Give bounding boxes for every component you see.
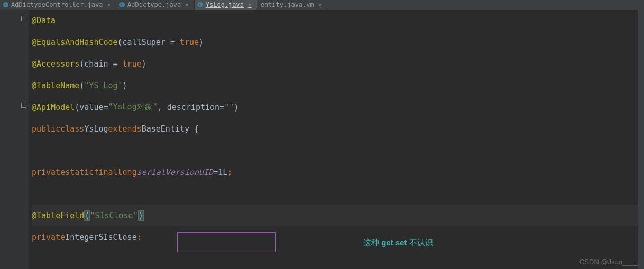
java-class-icon: c	[3, 2, 8, 7]
code-line: private Integer SIsClose;	[32, 226, 644, 248]
close-icon[interactable]: ×	[185, 2, 189, 8]
code-editor[interactable]: − − @Data @EqualsAndHashCode(callSuper =…	[0, 10, 644, 269]
close-icon[interactable]: ×	[318, 2, 322, 8]
tab-addictypecontroller[interactable]: c AdDictypeController.java ×	[0, 0, 116, 10]
tab-addictype[interactable]: c AdDictype.java ×	[116, 0, 195, 10]
code-line: public class YsLog extends BaseEntity {	[32, 118, 644, 140]
code-line	[32, 140, 644, 161]
code-line-active: @TableField("SIsClose")	[32, 205, 644, 226]
tab-label: entity.java.vm	[261, 1, 314, 8]
close-icon[interactable]: ×	[248, 2, 252, 8]
code-line: @Data	[32, 10, 644, 31]
tab-yslog[interactable]: c YsLog.java ×	[195, 0, 257, 10]
tab-label: AdDictypeController.java	[11, 1, 103, 8]
code-line: @TableName("YS_Log")	[32, 75, 644, 96]
code-line	[32, 183, 644, 205]
java-class-icon: c	[119, 2, 125, 7]
code-line: @ApiModel(value="YsLog对象", description="…	[32, 96, 644, 118]
annotation-text: 这种 get set 不认识	[363, 238, 433, 248]
vertical-scrollbar[interactable]	[638, 10, 644, 269]
code-area[interactable]: @Data @EqualsAndHashCode(callSuper = tru…	[29, 10, 644, 269]
java-class-icon: c	[198, 2, 203, 7]
code-line: private static final long serialVersionU…	[32, 161, 644, 183]
fold-icon[interactable]: −	[21, 103, 26, 108]
watermark: CSDN @Json____	[579, 258, 638, 266]
code-line: @EqualsAndHashCode(callSuper = true)	[32, 31, 644, 53]
close-icon[interactable]: ×	[107, 2, 111, 8]
tab-label: YsLog.java	[206, 1, 244, 8]
gutter: − −	[0, 10, 29, 269]
tab-entity-vm[interactable]: entity.java.vm ×	[257, 0, 328, 10]
editor-tabs: c AdDictypeController.java × c AdDictype…	[0, 0, 644, 10]
code-line: @Accessors(chain = true)	[32, 53, 644, 75]
fold-icon[interactable]: −	[21, 16, 26, 21]
tab-label: AdDictype.java	[127, 1, 181, 8]
